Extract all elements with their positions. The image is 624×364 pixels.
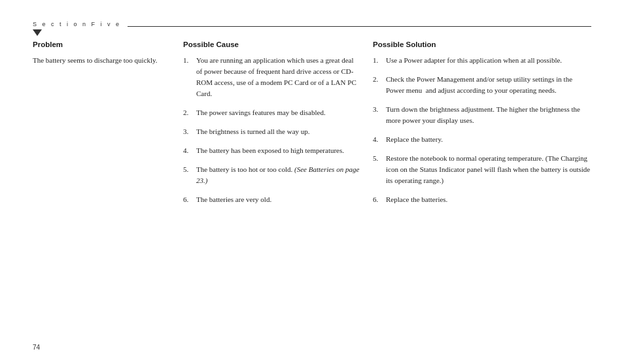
item-number: 2. <box>183 107 194 118</box>
cause-column: Possible Cause 1. You are running an app… <box>183 41 373 213</box>
item-number: 5. <box>373 153 383 164</box>
list-item: 6. The batteries are very old. <box>183 194 360 205</box>
cause-list: 1. You are running an application which … <box>183 55 360 205</box>
item-text: Turn down the brightness adjustment. The… <box>386 104 591 126</box>
item-text: You are running an application which use… <box>196 55 360 99</box>
italic-note: (See Batteries on page 23.) <box>196 165 359 184</box>
item-text: The brightness is turned all the way up. <box>196 126 360 137</box>
section-header: S e c t i o n F i v e <box>33 20 591 27</box>
section-label: S e c t i o n F i v e <box>33 21 128 27</box>
item-number: 3. <box>183 126 194 137</box>
list-item: 4. The battery has been exposed to high … <box>183 145 360 156</box>
list-item: 2. Check the Power Management and/or set… <box>373 74 591 96</box>
item-number: 4. <box>183 145 194 156</box>
solution-header: Possible Solution <box>373 41 591 48</box>
item-number: 1. <box>183 55 194 66</box>
list-item: 3. The brightness is turned all the way … <box>183 126 360 137</box>
problem-column: Problem The battery seems to discharge t… <box>33 41 183 213</box>
page-number: 74 <box>33 344 40 351</box>
item-text: Use a Power adapter for this application… <box>386 55 591 66</box>
item-number: 4. <box>373 134 383 145</box>
item-number: 3. <box>373 104 383 115</box>
solution-list: 1. Use a Power adapter for this applicat… <box>373 55 591 205</box>
item-text: The battery has been exposed to high tem… <box>196 145 360 156</box>
list-item: 5. The battery is too hot or too cold. (… <box>183 164 360 186</box>
list-item: 1. You are running an application which … <box>183 55 360 99</box>
item-text: The power savings features may be disabl… <box>196 107 360 118</box>
section-bookmark <box>33 29 42 36</box>
item-number: 1. <box>373 55 383 66</box>
item-text: Replace the battery. <box>386 134 591 145</box>
page-container: S e c t i o n F i v e Problem The batter… <box>0 0 624 364</box>
list-item: 1. Use a Power adapter for this applicat… <box>373 55 591 66</box>
list-item: 2. The power savings features may be dis… <box>183 107 360 118</box>
problem-header: Problem <box>33 41 170 48</box>
list-item: 3. Turn down the brightness adjustment. … <box>373 104 591 126</box>
problem-text: The battery seems to discharge too quick… <box>33 55 170 66</box>
item-number: 2. <box>373 74 383 85</box>
item-text: Check the Power Management and/or setup … <box>386 74 591 96</box>
solution-column: Possible Solution 1. Use a Power adapter… <box>373 41 591 213</box>
list-item: 4. Replace the battery. <box>373 134 591 145</box>
item-text: Restore the notebook to normal operating… <box>386 153 591 186</box>
item-text: The battery is too hot or too cold. (See… <box>196 164 360 186</box>
cause-header: Possible Cause <box>183 41 360 48</box>
item-text: The batteries are very old. <box>196 194 360 205</box>
content-area: Problem The battery seems to discharge t… <box>33 41 591 213</box>
list-item: 6. Replace the batteries. <box>373 194 591 205</box>
list-item: 5. Restore the notebook to normal operat… <box>373 153 591 186</box>
item-number: 5. <box>183 164 194 175</box>
item-number: 6. <box>373 194 383 205</box>
item-text: Replace the batteries. <box>386 194 591 205</box>
item-number: 6. <box>183 194 194 205</box>
